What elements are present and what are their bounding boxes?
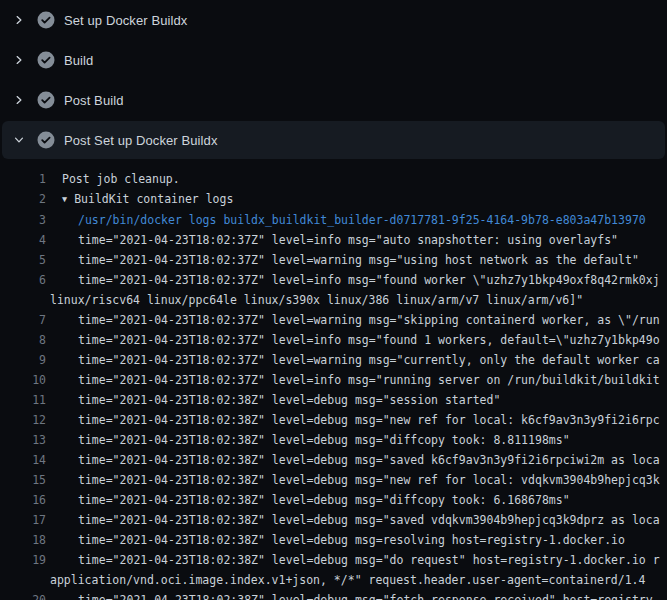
log-line: 10time="2021-04-23T18:02:37Z" level=info… bbox=[0, 370, 667, 390]
log-line-number[interactable]: 4 bbox=[0, 230, 46, 250]
log-line-number[interactable]: 17 bbox=[0, 510, 46, 530]
log-line-number[interactable]: 14 bbox=[0, 450, 46, 470]
log-line-number[interactable]: 15 bbox=[0, 470, 46, 490]
log-line-number[interactable]: 3 bbox=[0, 210, 46, 230]
step-row-post-build[interactable]: Post Build bbox=[0, 80, 667, 120]
log-line: 7time="2021-04-23T18:02:37Z" level=warni… bbox=[0, 310, 667, 330]
step-label: Post Set up Docker Buildx bbox=[64, 133, 218, 148]
chevron-right-icon bbox=[11, 12, 27, 28]
log-line: 4time="2021-04-23T18:02:37Z" level=info … bbox=[0, 230, 667, 250]
log-line: 9time="2021-04-23T18:02:37Z" level=warni… bbox=[0, 350, 667, 370]
log-line-text: time="2021-04-23T18:02:38Z" level=debug … bbox=[78, 450, 660, 470]
log-line: 18time="2021-04-23T18:02:38Z" level=debu… bbox=[0, 530, 667, 550]
log-line: 2▼BuildKit container logs bbox=[0, 189, 667, 210]
group-collapse-triangle-icon[interactable]: ▼ bbox=[62, 189, 67, 209]
chevron-down-icon bbox=[11, 132, 27, 148]
log-line: 19time="2021-04-23T18:02:38Z" level=debu… bbox=[0, 550, 667, 570]
log-line: 20time="2021-04-23T18:02:38Z" level=debu… bbox=[0, 590, 667, 600]
log-line-number bbox=[0, 570, 46, 590]
log-line-text: time="2021-04-23T18:02:38Z" level=debug … bbox=[78, 390, 500, 410]
log-line: 14time="2021-04-23T18:02:38Z" level=debu… bbox=[0, 450, 667, 470]
log-line-number[interactable]: 19 bbox=[0, 550, 46, 570]
log-line-text: time="2021-04-23T18:02:38Z" level=debug … bbox=[78, 490, 570, 510]
step-label: Build bbox=[64, 53, 93, 68]
log-line: 11time="2021-04-23T18:02:38Z" level=debu… bbox=[0, 390, 667, 410]
log-line: 8time="2021-04-23T18:02:37Z" level=info … bbox=[0, 330, 667, 350]
log-line: 5time="2021-04-23T18:02:37Z" level=warni… bbox=[0, 250, 667, 270]
log-line-text: time="2021-04-23T18:02:37Z" level=info m… bbox=[78, 230, 618, 250]
log-line-number[interactable]: 2 bbox=[0, 189, 46, 210]
log-line: 16time="2021-04-23T18:02:38Z" level=debu… bbox=[0, 490, 667, 510]
log-line-text: time="2021-04-23T18:02:37Z" level=info m… bbox=[78, 330, 660, 350]
check-circle-icon bbox=[37, 91, 55, 109]
step-label: Post Build bbox=[64, 93, 124, 108]
log-line-number[interactable]: 5 bbox=[0, 250, 46, 270]
log-viewer: 1Post job cleanup.2▼BuildKit container l… bbox=[0, 159, 667, 600]
log-line-number[interactable]: 11 bbox=[0, 390, 46, 410]
log-line-text: time="2021-04-23T18:02:38Z" level=debug … bbox=[78, 470, 660, 490]
log-line-text: time="2021-04-23T18:02:38Z" level=debug … bbox=[78, 410, 660, 430]
log-line-number[interactable]: 12 bbox=[0, 410, 46, 430]
log-line-number[interactable]: 1 bbox=[0, 169, 46, 189]
log-command-text: /usr/bin/docker logs buildx_buildkit_bui… bbox=[78, 210, 646, 230]
step-row-build[interactable]: Build bbox=[0, 40, 667, 80]
log-line: application/vnd.oci.image.index.v1+json,… bbox=[0, 570, 667, 590]
log-line: 3/usr/bin/docker logs buildx_buildkit_bu… bbox=[0, 210, 667, 230]
log-line-text: time="2021-04-23T18:02:38Z" level=debug … bbox=[78, 550, 660, 570]
log-line-number[interactable]: 13 bbox=[0, 430, 46, 450]
step-row-post-setup-docker-buildx[interactable]: Post Set up Docker Buildx bbox=[2, 121, 665, 159]
log-line-text[interactable]: ▼BuildKit container logs bbox=[62, 189, 233, 210]
log-line-number[interactable]: 9 bbox=[0, 350, 46, 370]
log-line: 12time="2021-04-23T18:02:38Z" level=debu… bbox=[0, 410, 667, 430]
log-line-number[interactable]: 8 bbox=[0, 330, 46, 350]
log-line-text: time="2021-04-23T18:02:37Z" level=info m… bbox=[78, 270, 660, 290]
log-line-number[interactable]: 10 bbox=[0, 370, 46, 390]
log-line-text: time="2021-04-23T18:02:37Z" level=warnin… bbox=[78, 350, 660, 370]
log-line-number bbox=[0, 290, 46, 310]
check-circle-icon bbox=[37, 51, 55, 69]
log-line: 17time="2021-04-23T18:02:38Z" level=debu… bbox=[0, 510, 667, 530]
check-circle-icon bbox=[37, 131, 55, 149]
log-line-text: time="2021-04-23T18:02:38Z" level=debug … bbox=[78, 530, 625, 550]
log-line-text: time="2021-04-23T18:02:38Z" level=debug … bbox=[78, 510, 660, 530]
step-label: Set up Docker Buildx bbox=[64, 13, 187, 28]
log-line-text: linux/riscv64 linux/ppc64le linux/s390x … bbox=[50, 290, 583, 310]
chevron-right-icon bbox=[11, 52, 27, 68]
log-line-number[interactable]: 7 bbox=[0, 310, 46, 330]
log-line: 13time="2021-04-23T18:02:38Z" level=debu… bbox=[0, 430, 667, 450]
log-line: 6time="2021-04-23T18:02:37Z" level=info … bbox=[0, 270, 667, 290]
log-line-number[interactable]: 16 bbox=[0, 490, 46, 510]
log-line: linux/riscv64 linux/ppc64le linux/s390x … bbox=[0, 290, 667, 310]
log-line-text: time="2021-04-23T18:02:38Z" level=debug … bbox=[78, 590, 660, 600]
check-circle-icon bbox=[37, 11, 55, 29]
log-line-number[interactable]: 20 bbox=[0, 590, 46, 600]
log-line: 1Post job cleanup. bbox=[0, 169, 667, 189]
log-line-text: application/vnd.oci.image.index.v1+json,… bbox=[50, 570, 645, 590]
log-line-text: time="2021-04-23T18:02:37Z" level=warnin… bbox=[78, 310, 660, 330]
chevron-right-icon bbox=[11, 92, 27, 108]
log-line-text: time="2021-04-23T18:02:38Z" level=debug … bbox=[78, 430, 570, 450]
log-line-text: time="2021-04-23T18:02:37Z" level=info m… bbox=[78, 370, 660, 390]
log-line-text: time="2021-04-23T18:02:37Z" level=warnin… bbox=[78, 250, 639, 270]
log-line-text: Post job cleanup. bbox=[62, 169, 180, 189]
log-line: 15time="2021-04-23T18:02:38Z" level=debu… bbox=[0, 470, 667, 490]
step-row-setup-docker-buildx[interactable]: Set up Docker Buildx bbox=[0, 0, 667, 40]
job-steps-list: Set up Docker Buildx Build Post Build Po… bbox=[0, 0, 667, 159]
log-line-number[interactable]: 6 bbox=[0, 270, 46, 290]
log-line-number[interactable]: 18 bbox=[0, 530, 46, 550]
